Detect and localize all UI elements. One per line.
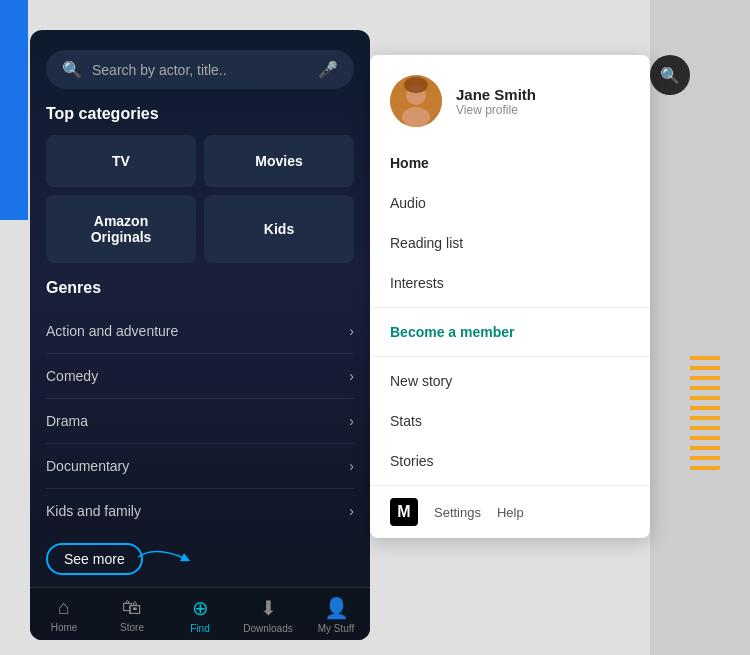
genres-title: Genres — [46, 279, 354, 297]
category-kids-button[interactable]: Kids — [204, 195, 354, 263]
menu-list: Home Audio Reading list Interests Become… — [370, 143, 650, 481]
nav-mystuff-label: My Stuff — [318, 623, 355, 634]
see-more-arrow — [136, 547, 196, 569]
top-right-search-button[interactable]: 🔍 — [650, 55, 690, 95]
genre-kids-family[interactable]: Kids and family › — [46, 489, 354, 533]
bg-content — [650, 0, 750, 655]
bottom-nav: ⌂ Home 🛍 Store ⊕ Find ⬇ Downloads 👤 My S… — [30, 587, 370, 640]
search-icon: 🔍 — [660, 66, 680, 85]
nav-find[interactable]: ⊕ Find — [166, 596, 234, 634]
search-icon: 🔍 — [62, 60, 82, 79]
yellow-decoration — [690, 350, 720, 470]
genre-action-adventure[interactable]: Action and adventure › — [46, 309, 354, 354]
genre-documentary-label: Documentary — [46, 458, 129, 474]
genre-action-label: Action and adventure — [46, 323, 178, 339]
store-icon: 🛍 — [122, 596, 142, 619]
nav-store-label: Store — [120, 622, 144, 633]
menu-item-stories[interactable]: Stories — [370, 441, 650, 481]
nav-downloads[interactable]: ⬇ Downloads — [234, 596, 302, 634]
blue-accent — [0, 0, 28, 220]
nav-home-label: Home — [51, 622, 78, 633]
search-bar[interactable]: 🔍 Search by actor, title.. 🎤 — [46, 50, 354, 89]
user-name: Jane Smith — [456, 86, 536, 103]
avatar — [390, 75, 442, 127]
nav-store[interactable]: 🛍 Store — [98, 596, 166, 634]
chevron-right-icon: › — [349, 458, 354, 474]
profile-info: Jane Smith View profile — [456, 86, 536, 117]
genre-comedy-label: Comedy — [46, 368, 98, 384]
top-categories-section: Top categories TV Movies AmazonOriginals… — [30, 105, 370, 279]
menu-item-new-story[interactable]: New story — [370, 361, 650, 401]
help-link[interactable]: Help — [497, 505, 524, 520]
menu-item-stats[interactable]: Stats — [370, 401, 650, 441]
menu-item-interests[interactable]: Interests — [370, 263, 650, 303]
svg-point-2 — [402, 107, 430, 127]
nav-mystuff[interactable]: 👤 My Stuff — [302, 596, 370, 634]
mic-icon[interactable]: 🎤 — [318, 60, 338, 79]
menu-divider-2 — [370, 356, 650, 357]
genres-section: Genres Action and adventure › Comedy › D… — [30, 279, 370, 535]
chevron-right-icon: › — [349, 413, 354, 429]
category-amazon-originals-button[interactable]: AmazonOriginals — [46, 195, 196, 263]
nav-home[interactable]: ⌂ Home — [30, 596, 98, 634]
chevron-right-icon: › — [349, 323, 354, 339]
profile-section: Jane Smith View profile — [370, 55, 650, 143]
category-grid: TV Movies AmazonOriginals Kids — [46, 135, 354, 263]
menu-item-home[interactable]: Home — [370, 143, 650, 183]
nav-find-label: Find — [190, 623, 209, 634]
top-categories-title: Top categories — [46, 105, 354, 123]
see-more-button[interactable]: See more — [46, 543, 143, 575]
dropdown-panel: Jane Smith View profile Home Audio Readi… — [370, 55, 650, 538]
genre-kids-family-label: Kids and family — [46, 503, 141, 519]
mystuff-icon: 👤 — [324, 596, 349, 620]
genre-drama-label: Drama — [46, 413, 88, 429]
avatar-image — [390, 75, 442, 127]
view-profile-link[interactable]: View profile — [456, 103, 536, 117]
settings-link[interactable]: Settings — [434, 505, 481, 520]
menu-item-become-member[interactable]: Become a member — [370, 312, 650, 352]
nav-downloads-label: Downloads — [243, 623, 292, 634]
main-app-panel: 🔍 Search by actor, title.. 🎤 Top categor… — [30, 30, 370, 640]
see-more-area: See more — [30, 535, 370, 587]
search-input[interactable]: Search by actor, title.. — [92, 62, 308, 78]
menu-item-reading-list[interactable]: Reading list — [370, 223, 650, 263]
dropdown-footer: M Settings Help — [370, 485, 650, 538]
menu-divider-1 — [370, 307, 650, 308]
chevron-right-icon: › — [349, 503, 354, 519]
svg-point-3 — [404, 77, 428, 93]
genre-drama[interactable]: Drama › — [46, 399, 354, 444]
find-icon: ⊕ — [192, 596, 209, 620]
genre-comedy[interactable]: Comedy › — [46, 354, 354, 399]
genre-documentary[interactable]: Documentary › — [46, 444, 354, 489]
downloads-icon: ⬇ — [260, 596, 277, 620]
medium-logo: M — [390, 498, 418, 526]
category-movies-button[interactable]: Movies — [204, 135, 354, 187]
menu-item-audio[interactable]: Audio — [370, 183, 650, 223]
chevron-right-icon: › — [349, 368, 354, 384]
category-tv-button[interactable]: TV — [46, 135, 196, 187]
home-icon: ⌂ — [58, 596, 70, 619]
